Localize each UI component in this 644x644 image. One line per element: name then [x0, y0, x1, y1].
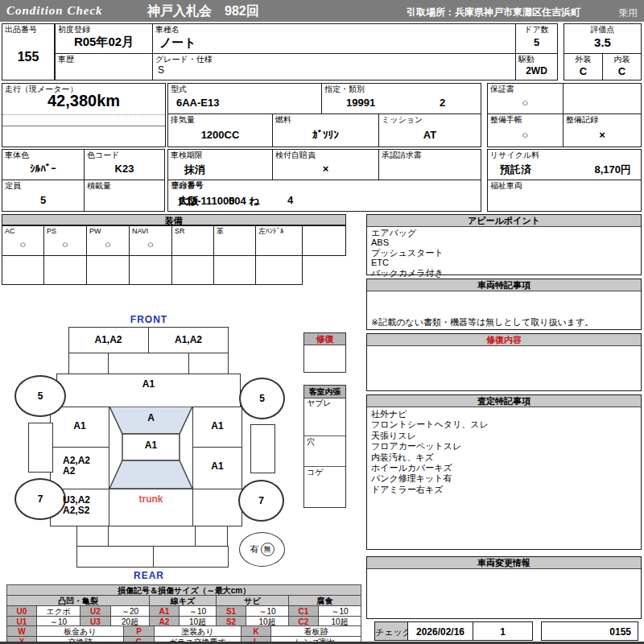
service-record-label: 整備記録 [566, 115, 598, 124]
exterior-grade-label: 外装 [564, 55, 602, 64]
hood-label: A1 [56, 378, 241, 390]
left-rear-label: U3,A2 A2,S2 [63, 495, 109, 516]
right-mid-label: A1 [192, 460, 242, 472]
assessment-item: ホイールカバーキズ [371, 463, 638, 473]
model-code-cell: 型式 6AA-E13 [167, 83, 322, 114]
assessment-notes-header: 査定特記事項 [367, 395, 641, 407]
service-record-cell: 整備記録 × [563, 114, 642, 147]
displacement-value: 1200CC [168, 129, 272, 141]
legend-code: P [124, 626, 155, 637]
mileage-value: 42,380km [2, 92, 165, 110]
roof-label: A1 [109, 440, 193, 451]
title-bar: Condition Check 神戸入札会 982回 引取場所：兵庫県神戸市東灘… [0, 0, 644, 22]
equipment-label: NAVI [132, 227, 148, 236]
vehicle-notes-disclaimer: ※記載のない書類・機器等は無しとして取り扱います。 [371, 317, 593, 327]
assessment-item: ドアミラー右キズ [371, 485, 638, 495]
equipment-cell-lhd: 左ﾊﾝﾄﾞﾙ [255, 225, 303, 256]
repair-mini-box: 修復 [303, 332, 346, 373]
interior-grade-label: 内装 [603, 55, 641, 64]
interior-grade-cell: 内装 C [602, 53, 642, 80]
service-record-value: × [564, 129, 641, 141]
legend-group-corrosion: 腐食 [289, 596, 361, 606]
inspection-cell: 車検期限 抹消 [167, 149, 273, 180]
service-book-value: ○ [488, 129, 563, 141]
auction-title: 神戸入札会 982回 [147, 3, 259, 20]
appeal-item: プッシュスタート [371, 248, 638, 258]
front-bumper-right-label: A1,A2 [148, 334, 229, 345]
welfare-cell: 福祉車両 [487, 180, 642, 212]
chassis-number-label: 車台番号 [171, 180, 204, 189]
legend-value: ～10 [319, 606, 361, 617]
spare-no-circled: 無 [261, 543, 275, 556]
model-code-label: 型式 [171, 85, 187, 93]
cabin-interior-box: 客室内張 ヤブレ 穴 コゲ [303, 385, 346, 508]
divider [86, 255, 87, 285]
change-info-header: 車両変更情報 [367, 557, 641, 569]
divider [213, 255, 214, 285]
appeal-item: バックカメラ付き [371, 268, 638, 278]
divider [255, 255, 256, 285]
check-count: 1 [473, 626, 532, 638]
condition-check-sheet: Condition Check 神戸入札会 982回 引取場所：兵庫県神戸市東灘… [0, 0, 644, 644]
legend-value: 看板跡 [271, 626, 361, 637]
mileage-cell: 走行（現メーター） 42,380km [2, 83, 166, 147]
body-color-value: ｼﾙﾊﾞｰ [2, 163, 84, 175]
payload-label: 積載量 [87, 181, 111, 190]
model-name-value: ノート [159, 35, 196, 51]
recycle-fee-label: リサイクル料 [490, 151, 539, 159]
wheel-rear-left: 7 [14, 478, 66, 520]
rear-corner-left [76, 526, 109, 547]
legend-code: A1 [150, 606, 180, 617]
drive-label: 駆動 [518, 55, 535, 64]
wheel-front-right: 5 [239, 378, 285, 419]
assessment-notes-box: 査定特記事項 社外ナビ フロントシートヘタリ、スレ 天張りスレ フロアカーペット… [366, 394, 642, 550]
inspection-value: 抹消 [184, 163, 205, 177]
windshield-label: A [109, 412, 193, 423]
legend-code: S1 [217, 606, 246, 617]
class-number-value1: 19991 [346, 97, 375, 109]
score-cell: 評価点 3.5 [564, 23, 642, 54]
cabin-row-label: 穴 [307, 437, 315, 446]
rear-corner-right [195, 526, 228, 547]
mileage-divider-solid [2, 126, 165, 126]
first-registration-cell: 初度登録 R05年02月 [55, 23, 153, 54]
drive-value: 2WD [516, 65, 557, 76]
capacity-label: 定員 [5, 181, 21, 190]
repair-content-header: 修復内容 [367, 334, 641, 346]
legend-value: 板金あり [37, 626, 124, 637]
check-number: 0155 [609, 626, 631, 638]
grade-value: S [158, 64, 164, 76]
transmission-value: AT [379, 129, 481, 141]
mileage-divider-dotted [2, 114, 165, 115]
rear-bumper-divider [153, 546, 154, 568]
legend-code: K [242, 626, 271, 637]
legend-value: ～10 [246, 606, 289, 617]
diagram-rear-label: REAR [113, 570, 185, 581]
cabin-row-hole: 穴 [304, 436, 345, 467]
approval-cell: 承認請求書 [378, 149, 481, 180]
recycle-amount: 8,170円 [594, 163, 631, 177]
exterior-grade-cell: 外装 C [564, 53, 603, 80]
exterior-grade-value: C [564, 65, 602, 77]
assessment-item: 天張りスレ [371, 431, 638, 441]
appeal-item: エアバッグ [371, 228, 638, 237]
assessment-item: フロアカーペットスレ [371, 441, 638, 452]
model-name-cell: 車種名 ノート [152, 23, 516, 54]
divider [129, 255, 130, 285]
equipment-cell-pw: PW ○ [86, 225, 130, 256]
body-color-label: 車体色 [5, 151, 29, 159]
model-code-value: 6AA-E13 [176, 97, 219, 109]
legend-group-scratch: 線キズ [150, 596, 217, 606]
exhibit-number-value: 155 [2, 50, 54, 64]
equipment-label: 左ﾊﾝﾄﾞﾙ [258, 227, 284, 236]
fuel-value: ｶﾞｿﾘﾝ [273, 129, 378, 141]
check-number-cell: 0155 [541, 621, 638, 641]
equipment-label: PS [47, 227, 56, 236]
appeal-points-box: アピールポイント エアバッグ ABS プッシュスタート ETC バックカメラ付き [366, 214, 642, 275]
fuel-label: 燃料 [275, 115, 291, 124]
check-date: 2026/02/16 [408, 626, 473, 638]
equipment-cell-navi: NAVI ○ [129, 225, 172, 256]
equipment-header: 装備 [2, 214, 346, 225]
vehicle-notes-box: 車両特記事項 ※記載のない書類・機器等は無しとして取り扱います。 [366, 279, 642, 330]
equipment-label: SR [175, 227, 185, 236]
